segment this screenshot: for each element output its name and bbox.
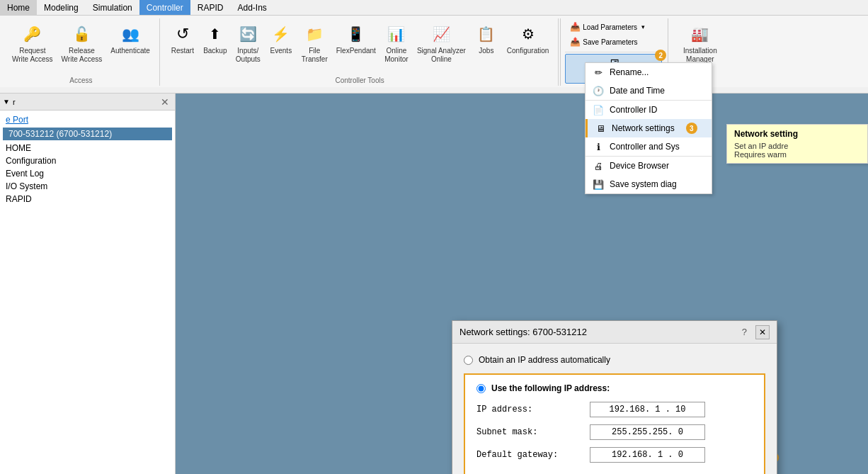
installation-manager-button[interactable]: 🏭 Installation Manager <box>671 20 729 67</box>
tooltip-text: Set an IP addre Requires warm <box>734 142 860 159</box>
online-monitor-button[interactable]: 📊 Online Monitor <box>381 20 412 67</box>
tooltip-title: Network setting <box>734 129 860 139</box>
dialog-help-button[interactable]: ? <box>742 327 747 337</box>
jobs-icon: 📋 <box>475 23 498 45</box>
network-settings-icon: 🖥 <box>595 123 606 134</box>
rename-icon: ✏ <box>593 67 604 78</box>
authenticate-button[interactable]: 👥 Authenticate <box>107 20 154 58</box>
inputs-outputs-icon: 🔄 <box>236 23 259 45</box>
save-diag-label: Save system diag <box>610 179 677 189</box>
access-group-label: Access <box>69 75 92 84</box>
auto-ip-radio[interactable] <box>464 356 473 365</box>
controller-sys-label: Controller and Sys <box>610 142 680 152</box>
dropdown-date-time[interactable]: 🕐 Date and Time <box>586 81 712 101</box>
save-diag-icon: 💾 <box>593 179 604 190</box>
subnet-mask-input[interactable] <box>590 424 705 440</box>
signal-analyzer-button[interactable]: 📈 Signal Analyzer Online <box>413 20 469 67</box>
panel-tree: e Port 700-531212 (6700-531212) HOME Con… <box>0 111 175 208</box>
default-gateway-field: Default gateway: <box>476 447 753 463</box>
load-parameters-button[interactable]: 📥 Load Parameters ▾ <box>565 20 662 34</box>
save-parameters-button[interactable]: 📤 Save Parameters <box>565 35 662 49</box>
backup-button[interactable]: ⬆ Backup <box>200 20 231 58</box>
left-panel: ▼ r ✕ e Port 700-531212 (6700-531212) HO… <box>0 94 176 474</box>
ribbon: 🔑 Request Write Access 🔓 Release Write A… <box>0 16 868 94</box>
configuration-button[interactable]: ⚙ Configuration <box>503 20 552 58</box>
configuration-label: Configuration <box>507 47 549 55</box>
flexpendant-button[interactable]: 📱 FlexPendant <box>333 20 379 58</box>
release-write-access-button[interactable]: 🔓 Release Write Access <box>58 20 106 67</box>
menu-controller[interactable]: Controller <box>139 0 190 15</box>
request-write-label: Request Write Access <box>12 47 53 64</box>
manual-ip-label[interactable]: Use the following IP address: <box>491 383 610 393</box>
manual-ip-option: Use the following IP address: <box>476 383 753 393</box>
dropdown-controller-id[interactable]: 📄 Controller ID <box>586 101 712 119</box>
menu-rapid[interactable]: RAPID <box>190 0 231 15</box>
restart-button[interactable]: ↺ Restart <box>167 20 198 58</box>
controller-sys-icon: ℹ <box>593 141 604 152</box>
dropdown-controller-sys[interactable]: ℹ Controller and Sys <box>586 137 712 157</box>
backup-icon: ⬆ <box>204 23 227 45</box>
tree-item-io-system[interactable]: I/O System <box>3 180 172 193</box>
save-params-icon: 📤 <box>570 37 580 47</box>
tree-item-controller[interactable]: 700-531212 (6700-531212) <box>3 128 172 140</box>
io-system-label: I/O System <box>6 181 47 191</box>
dialog-titlebar: Network settings: 6700-531212 ? ✕ <box>452 321 777 344</box>
menu-addins[interactable]: Add-Ins <box>230 0 273 15</box>
network-settings-step-badge: 3 <box>686 123 697 134</box>
panel-close-button[interactable]: ✕ <box>158 96 172 108</box>
authenticate-label: Authenticate <box>110 47 150 55</box>
tree-item-rapid[interactable]: RAPID <box>3 193 172 205</box>
dialog-title: Network settings: 6700-531212 <box>459 327 742 337</box>
event-log-label: Event Log <box>6 169 44 179</box>
inputs-outputs-label: Inputs/ Outputs <box>236 47 261 64</box>
auto-ip-label[interactable]: Obtain an IP address automatically <box>479 355 610 365</box>
default-gateway-label: Default gateway: <box>476 450 590 460</box>
ribbon-group-controller-tools: ↺ Restart ⬆ Backup 🔄 Inputs/ Outputs ⚡ E… <box>161 18 559 86</box>
rapid-label: RAPID <box>6 194 32 204</box>
ip-address-field: IP address: <box>476 402 753 417</box>
tree-item-event-log[interactable]: Event Log <box>3 167 172 180</box>
dropdown-device-browser[interactable]: 🖨 Device Browser <box>586 157 712 175</box>
inputs-outputs-button[interactable]: 🔄 Inputs/ Outputs <box>232 20 264 67</box>
menu-modeling[interactable]: Modeling <box>37 0 86 15</box>
tree-item-home[interactable]: HOME <box>3 142 172 154</box>
device-browser-icon: 🖨 <box>593 160 604 171</box>
online-monitor-label: Online Monitor <box>384 47 408 64</box>
load-params-icon: 📥 <box>570 22 580 32</box>
ip-address-input[interactable] <box>590 402 705 417</box>
menu-home[interactable]: Home <box>0 0 37 15</box>
port-label: e Port <box>6 115 28 125</box>
request-write-access-button[interactable]: 🔑 Request Write Access <box>8 20 57 67</box>
home-label: HOME <box>6 143 31 153</box>
rename-label: Rename... <box>610 67 649 77</box>
menu-simulation[interactable]: Simulation <box>86 0 139 15</box>
restart-label: Restart <box>171 47 194 55</box>
manual-ip-radio[interactable] <box>476 384 486 393</box>
dropdown-save-diag[interactable]: 💾 Save system diag <box>586 175 712 193</box>
signal-analyzer-icon: 📈 <box>430 23 452 45</box>
online-monitor-icon: 📊 <box>385 23 408 45</box>
controller-id-icon: 📄 <box>593 104 604 115</box>
subnet-mask-field: Subnet mask: <box>476 424 753 440</box>
signal-analyzer-label: Signal Analyzer Online <box>417 47 466 64</box>
dropdown-network-settings[interactable]: 🖥 Network settings 3 <box>586 119 712 137</box>
controller-label: 700-531212 (6700-531212) <box>8 129 112 139</box>
tree-item-port[interactable]: e Port <box>3 113 172 126</box>
events-icon: ⚡ <box>270 23 292 45</box>
events-button[interactable]: ⚡ Events <box>265 20 297 58</box>
dialog-close-button[interactable]: ✕ <box>755 325 770 339</box>
restart-icon: ↺ <box>171 23 194 45</box>
file-transfer-icon: 📁 <box>303 23 326 45</box>
file-transfer-button[interactable]: 📁 File Transfer <box>298 20 331 67</box>
manual-ip-section: Use the following IP address: IP address… <box>464 373 765 474</box>
dropdown-rename[interactable]: ✏ Rename... <box>586 63 712 81</box>
release-write-label: Release Write Access <box>62 47 103 64</box>
date-time-label: Date and Time <box>610 86 665 96</box>
default-gateway-input[interactable] <box>590 447 705 463</box>
jobs-button[interactable]: 📋 Jobs <box>471 20 502 58</box>
installation-manager-icon: 🏭 <box>689 23 712 45</box>
installation-manager-label: Installation Manager <box>683 47 717 64</box>
backup-label: Backup <box>203 47 227 55</box>
auto-ip-option-group: Obtain an IP address automatically <box>464 355 765 365</box>
tree-item-configuration[interactable]: Configuration <box>3 154 172 167</box>
